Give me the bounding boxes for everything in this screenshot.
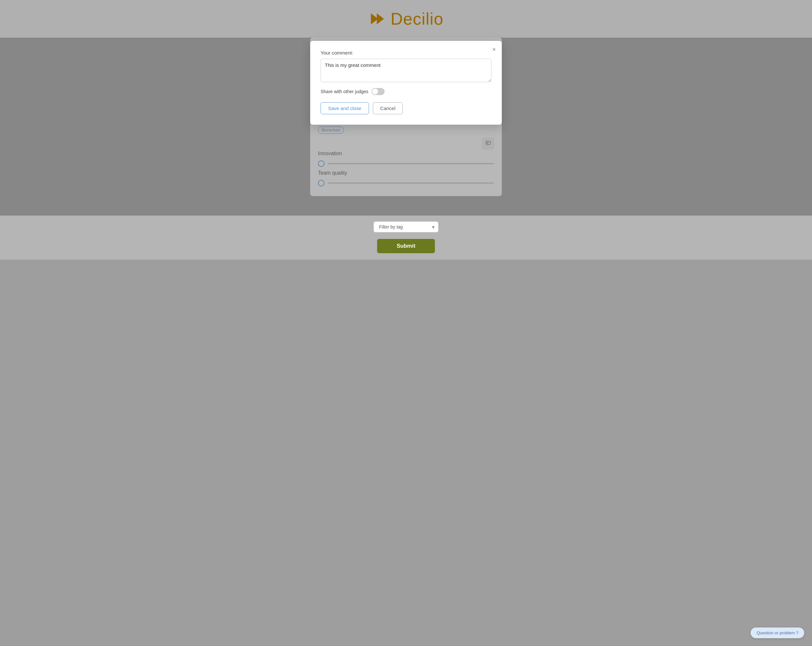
button-row: Save and close Cancel <box>321 102 491 114</box>
filter-by-tag-select[interactable]: Filter by tag Blockchain <box>374 221 438 232</box>
comment-textarea[interactable]: This is my great comment <box>321 59 491 82</box>
share-label: Share with other judges <box>321 89 368 94</box>
save-and-close-button[interactable]: Save and close <box>321 102 369 114</box>
logo: Decilio <box>368 9 443 29</box>
share-toggle[interactable] <box>372 88 385 95</box>
submit-button[interactable]: Submit <box>377 239 435 253</box>
filter-wrapper: Filter by tag Blockchain <box>374 221 438 232</box>
logo-icon <box>368 10 386 27</box>
cancel-button[interactable]: Cancel <box>373 102 403 114</box>
share-row: Share with other judges <box>321 88 491 95</box>
modal-overlay: × Your comment: This is my great comment… <box>0 38 812 216</box>
svg-marker-1 <box>377 13 384 24</box>
main-content: Innovation Team quality Uber <box>0 38 812 216</box>
modal-dialog: × Your comment: This is my great comment… <box>310 41 502 125</box>
modal-title: Your comment: <box>321 50 491 55</box>
logo-text: Decilio <box>391 9 443 29</box>
help-button[interactable]: Question or problem ? <box>751 628 804 638</box>
toggle-slider <box>372 88 385 95</box>
header: Decilio <box>0 0 812 38</box>
bottom-bar: Filter by tag Blockchain Submit <box>0 216 812 260</box>
modal-close-button[interactable]: × <box>492 46 496 53</box>
